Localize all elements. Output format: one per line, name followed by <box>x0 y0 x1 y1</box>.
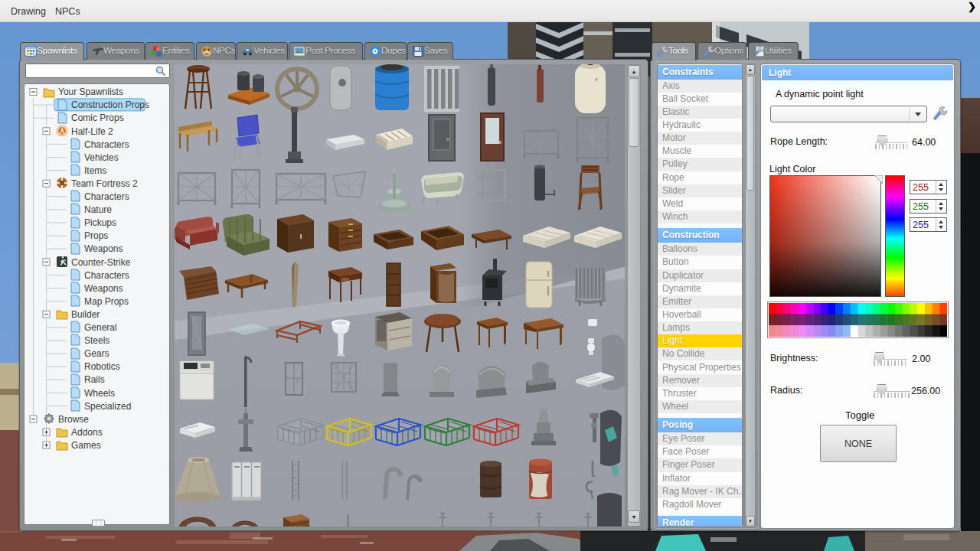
svg-text:General: General <box>84 322 117 333</box>
svg-text:Items: Items <box>84 165 106 176</box>
svg-text:Team Fortress 2: Team Fortress 2 <box>71 178 138 189</box>
svg-text:Your Spawnlists: Your Spawnlists <box>58 86 123 97</box>
svg-text:Comic Props: Comic Props <box>71 112 124 123</box>
svg-text:Weapons: Weapons <box>84 283 122 294</box>
svg-text:Pickups: Pickups <box>84 217 116 228</box>
svg-text:Characters: Characters <box>84 191 129 202</box>
svg-text:Vehicles: Vehicles <box>84 152 119 163</box>
svg-text:Counter-Strike: Counter-Strike <box>71 257 131 268</box>
svg-text:Browse: Browse <box>58 414 89 425</box>
svg-text:Construction Props: Construction Props <box>71 99 149 110</box>
svg-text:Characters: Characters <box>84 139 129 150</box>
svg-text:Wheels: Wheels <box>84 388 115 399</box>
svg-text:Nature: Nature <box>84 204 112 215</box>
svg-text:Specialized: Specialized <box>84 401 131 412</box>
svg-text:Characters: Characters <box>84 270 129 281</box>
svg-text:Rails: Rails <box>84 374 105 385</box>
svg-text:Steels: Steels <box>84 335 109 346</box>
svg-text:Weapons: Weapons <box>84 243 122 254</box>
svg-text:Games: Games <box>71 440 101 451</box>
svg-text:Builder: Builder <box>71 309 100 320</box>
svg-text:Addons: Addons <box>71 427 103 438</box>
svg-text:Gears: Gears <box>84 348 109 359</box>
svg-text:Props: Props <box>84 230 108 241</box>
svg-text:Map Props: Map Props <box>84 296 129 307</box>
svg-text:Half-Life 2: Half-Life 2 <box>71 126 113 137</box>
svg-text:Robotics: Robotics <box>84 361 120 372</box>
